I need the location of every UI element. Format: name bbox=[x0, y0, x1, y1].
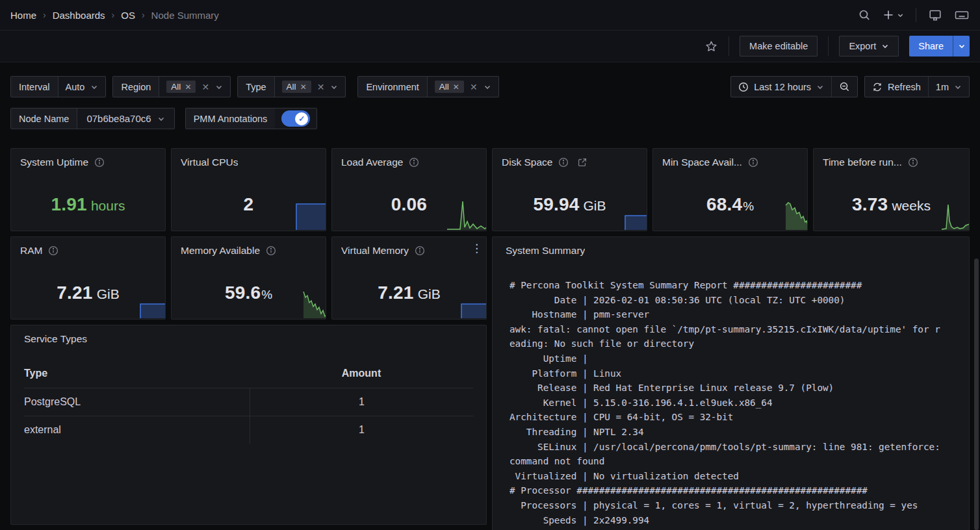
panel-title[interactable]: RAM bbox=[20, 245, 42, 257]
keyboard-icon[interactable] bbox=[954, 7, 970, 23]
sparkline bbox=[172, 288, 326, 318]
make-editable-button[interactable]: Make editable bbox=[740, 36, 818, 57]
type-label: Type bbox=[238, 77, 274, 97]
info-icon[interactable] bbox=[266, 246, 276, 256]
toolbar-divider bbox=[729, 36, 729, 56]
table-row[interactable]: external 1 bbox=[24, 416, 473, 444]
panel-title[interactable]: Disk Space bbox=[502, 157, 552, 168]
panel-title[interactable]: Time before run... bbox=[823, 157, 902, 168]
info-icon[interactable] bbox=[558, 157, 569, 168]
table-row[interactable]: PostgreSQL 1 bbox=[24, 388, 473, 416]
share-dropdown-button[interactable] bbox=[953, 36, 970, 57]
panel-title[interactable]: System Summary bbox=[506, 245, 585, 257]
environment-chip-all[interactable]: All✕ bbox=[435, 81, 464, 93]
panel-title[interactable]: Virtual Memory bbox=[341, 245, 409, 257]
clear-selection-icon[interactable]: ✕ bbox=[201, 82, 209, 92]
refresh-button[interactable]: Refresh bbox=[865, 77, 928, 97]
interval-select[interactable]: Auto bbox=[58, 77, 106, 97]
pmm-annotations-label: PMM Annotations bbox=[186, 108, 276, 129]
refresh-picker: Refresh 1m bbox=[864, 76, 970, 97]
info-icon[interactable] bbox=[908, 157, 918, 168]
panel-title[interactable]: System Uptime bbox=[20, 157, 88, 168]
type-variable: Type All✕ ✕ bbox=[237, 76, 346, 97]
breadcrumb-current-page: Node Summary bbox=[151, 10, 219, 21]
pmm-annotations-toggle[interactable]: ✓ bbox=[281, 110, 310, 127]
stat-value: 7.21 bbox=[57, 283, 92, 303]
chip-remove-icon[interactable]: ✕ bbox=[300, 82, 307, 92]
chip-label: All bbox=[171, 82, 181, 92]
sparkline bbox=[814, 200, 970, 230]
monitor-icon[interactable] bbox=[928, 8, 942, 22]
pmm-annotations-control: PMM Annotations ✓ bbox=[185, 108, 318, 129]
breadcrumb-separator: › bbox=[43, 10, 46, 20]
chevron-down-icon bbox=[897, 12, 904, 19]
panel-service-types: Service Types Type Amount PostgreSQL 1 e… bbox=[10, 325, 487, 525]
toggle-check-icon: ✓ bbox=[295, 112, 308, 125]
time-picker: Last 12 hours bbox=[730, 76, 858, 97]
breadcrumb-os[interactable]: OS bbox=[121, 10, 135, 21]
panel-min-space-available: Min Space Avail... 68.4% bbox=[652, 148, 808, 231]
cell-type: external bbox=[24, 416, 250, 444]
breadcrumb-home[interactable]: Home bbox=[10, 10, 36, 21]
stat-value: 1.91 bbox=[51, 194, 87, 214]
region-label: Region bbox=[113, 77, 159, 97]
type-chip-all[interactable]: All✕ bbox=[282, 81, 311, 93]
time-range-button[interactable]: Last 12 hours bbox=[731, 77, 831, 97]
chip-remove-icon[interactable]: ✕ bbox=[453, 82, 459, 92]
region-select[interactable]: All✕ ✕ bbox=[159, 77, 230, 97]
info-icon[interactable] bbox=[415, 246, 425, 256]
info-icon[interactable] bbox=[748, 157, 758, 168]
panel-memory-available: Memory Available 59.6% bbox=[171, 236, 326, 320]
share-split-button: Share bbox=[909, 36, 970, 57]
panel-title[interactable]: Load Average bbox=[341, 157, 403, 168]
external-link-icon[interactable] bbox=[577, 157, 587, 168]
environment-select[interactable]: All✕ ✕ bbox=[428, 77, 498, 97]
panel-load-average: Load Average 0.06 bbox=[331, 148, 487, 231]
service-types-table: Type Amount PostgreSQL 1 external 1 bbox=[24, 359, 473, 444]
type-select[interactable]: All✕ ✕ bbox=[275, 77, 346, 97]
clear-selection-icon[interactable]: ✕ bbox=[470, 82, 478, 92]
clear-selection-icon[interactable]: ✕ bbox=[317, 82, 325, 92]
breadcrumb-separator: › bbox=[142, 10, 145, 20]
column-header-type[interactable]: Type bbox=[24, 359, 250, 388]
panel-menu-icon[interactable]: ⋮ bbox=[471, 243, 482, 254]
column-header-amount[interactable]: Amount bbox=[250, 359, 473, 388]
panel-title[interactable]: Service Types bbox=[24, 333, 87, 345]
refresh-interval-select[interactable]: 1m bbox=[929, 77, 969, 97]
panel-title[interactable]: Memory Available bbox=[181, 245, 260, 257]
region-chip-all[interactable]: All✕ bbox=[166, 81, 196, 93]
chevron-down-icon bbox=[881, 42, 889, 50]
info-icon[interactable] bbox=[94, 157, 105, 168]
zoom-out-icon bbox=[839, 81, 850, 92]
favorite-star-icon[interactable] bbox=[704, 40, 718, 53]
node-name-select[interactable]: 07b6be8a70c6 bbox=[77, 108, 174, 129]
toolbar-divider bbox=[828, 36, 829, 56]
panel-title[interactable]: Virtual CPUs bbox=[181, 157, 238, 168]
info-icon[interactable] bbox=[48, 246, 58, 256]
panel-title[interactable]: Min Space Avail... bbox=[662, 157, 742, 168]
info-icon[interactable] bbox=[409, 157, 419, 168]
table-header-row: Type Amount bbox=[24, 359, 473, 388]
panel-virtual-cpus: Virtual CPUs 2 bbox=[171, 148, 326, 231]
add-new-button[interactable] bbox=[883, 9, 904, 21]
top-nav: Home › Dashboards › OS › Node Summary bbox=[0, 0, 980, 31]
sparkline bbox=[172, 201, 326, 230]
share-button[interactable]: Share bbox=[909, 36, 953, 57]
export-button[interactable]: Export bbox=[839, 36, 899, 57]
zoom-out-button[interactable] bbox=[832, 77, 857, 97]
chip-remove-icon[interactable]: ✕ bbox=[185, 82, 191, 92]
system-summary-report-text: # Percona Toolkit System Summary Report … bbox=[509, 278, 961, 527]
search-icon[interactable] bbox=[858, 8, 871, 21]
panel-system-summary: System Summary # Percona Toolkit System … bbox=[492, 236, 970, 530]
cell-amount: 1 bbox=[250, 388, 473, 416]
page-scrollbar[interactable] bbox=[974, 259, 979, 530]
refresh-interval-value: 1m bbox=[936, 82, 949, 92]
node-controls-row: Node Name 07b6be8a70c6 PMM Annotations ✓ bbox=[10, 108, 317, 129]
chevron-down-icon bbox=[484, 83, 491, 91]
cell-type: PostgreSQL bbox=[24, 388, 250, 416]
chevron-down-icon bbox=[954, 83, 962, 91]
time-range-label: Last 12 hours bbox=[754, 82, 811, 92]
table-body: PostgreSQL 1 external 1 bbox=[24, 388, 473, 444]
breadcrumb-dashboards[interactable]: Dashboards bbox=[53, 10, 105, 21]
refresh-label: Refresh bbox=[888, 82, 921, 92]
